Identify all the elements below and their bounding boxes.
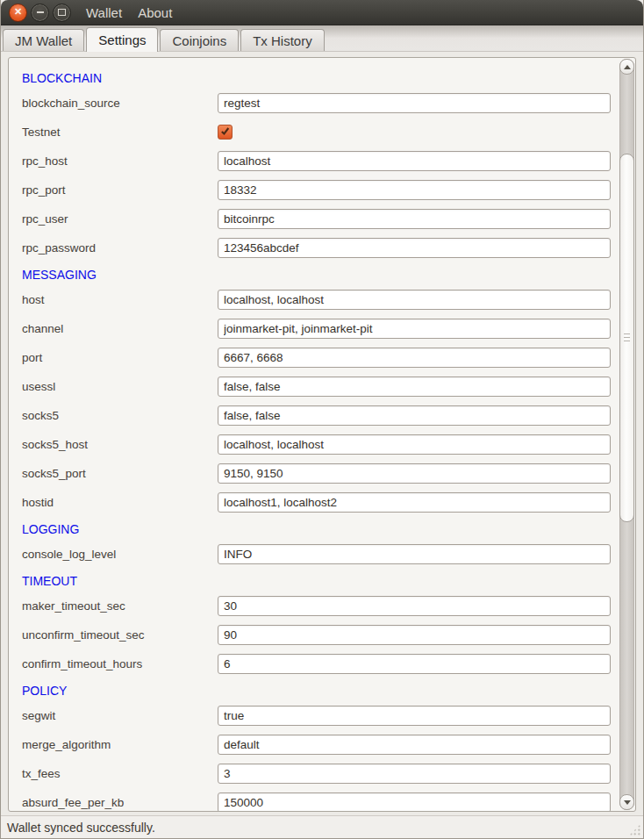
menu-wallet[interactable]: Wallet [78,1,130,25]
arrow-down-icon [624,800,631,805]
tab-tx-history[interactable]: Tx History [240,29,325,51]
field-label: rpc_host [22,154,218,168]
confirm-timeout-hours-input[interactable] [218,654,611,674]
field-row: channel [22,319,611,339]
vertical-scrollbar[interactable] [619,59,634,810]
field-label: absurd_fee_per_kb [22,796,218,809]
tx-fees-input[interactable] [218,764,611,784]
maximize-button[interactable] [53,4,71,22]
field-row: console_log_level [22,544,611,564]
minimize-icon [37,11,44,13]
tab-coinjoins[interactable]: Coinjoins [160,29,239,51]
field-label: host [22,293,218,306]
blockchain-source-input[interactable] [218,93,611,113]
port-input[interactable] [218,348,611,368]
field-label: rpc_user [22,212,218,226]
field-row: rpc_port [22,180,611,200]
field-row: rpc_user [22,209,611,229]
section-header-policy: POLICY [22,683,635,699]
rpc-port-input[interactable] [218,180,611,200]
maker-timeout-sec-input[interactable] [218,596,611,616]
field-label: console_log_level [22,548,218,561]
field-label: segwit [22,709,218,722]
field-row: unconfirm_timeout_sec [22,625,611,645]
channel-input[interactable] [218,319,611,339]
socks5-port-input[interactable] [218,463,611,484]
section-header-messaging: MESSAGING [22,267,635,283]
scroll-up-button[interactable] [619,59,634,75]
host-input[interactable] [218,290,611,310]
titlebar: ✕ Wallet About [1,0,643,25]
unconfirm-timeout-sec-input[interactable] [218,625,611,645]
field-row: confirm_timeout_hours [22,654,611,674]
maximize-icon [58,9,66,16]
field-label: rpc_password [22,241,218,255]
section-header-blockchain: BLOCKCHAIN [22,70,635,86]
field-label: socks5_host [22,438,218,451]
field-row: hostid [22,492,611,513]
field-row: socks5 [22,405,611,426]
absurd-fee-per-kb-input[interactable] [218,792,611,812]
status-message: Wallet synced successfully. [7,821,155,835]
tab-jm-wallet[interactable]: JM Wallet [3,29,84,51]
field-label: usessl [22,380,218,393]
rpc-host-input[interactable] [218,151,611,171]
field-row: Testnet [22,122,611,142]
field-row: segwit [22,706,611,726]
tab-settings[interactable]: Settings [86,27,158,52]
field-label: tx_fees [22,767,218,780]
field-label: merge_algorithm [22,738,218,751]
field-row: rpc_host [22,151,611,171]
app-window: ✕ Wallet About JM Wallet Settings Coinjo… [0,0,644,839]
settings-scroll-area: BLOCKCHAIN blockchain_source Testnet rpc… [8,57,636,812]
field-row: rpc_password [22,238,611,258]
field-label: hostid [22,496,218,509]
rpc-user-input[interactable] [218,209,611,229]
field-label: confirm_timeout_hours [22,657,218,670]
scrollbar-grip-icon [624,333,630,341]
testnet-checkbox[interactable] [218,125,233,140]
arrow-up-icon [624,65,631,69]
field-label: maker_timeout_sec [22,599,218,613]
console-log-level-input[interactable] [218,544,611,564]
scroll-down-button[interactable] [619,794,634,810]
socks5-input[interactable] [218,405,611,426]
resize-grip[interactable] [629,824,640,835]
hostid-input[interactable] [218,492,611,513]
settings-form: BLOCKCHAIN blockchain_source Testnet rpc… [9,58,635,812]
tab-bar: JM Wallet Settings Coinjoins Tx History [1,25,643,51]
close-icon: ✕ [14,7,22,17]
minimize-button[interactable] [31,4,49,22]
field-label: socks5_port [22,467,218,480]
rpc-password-input[interactable] [218,238,611,258]
field-label: unconfirm_timeout_sec [22,628,218,642]
menubar: Wallet About [78,1,180,25]
section-header-timeout: TIMEOUT [22,573,635,589]
menu-about[interactable]: About [130,1,180,25]
section-header-logging: LOGGING [22,521,635,537]
field-label: socks5 [22,409,218,422]
field-row: maker_timeout_sec [22,596,611,616]
field-label: port [22,351,218,364]
segwit-input[interactable] [218,706,611,726]
socks5-host-input[interactable] [218,434,611,455]
field-row: usessl [22,376,611,397]
status-bar: Wallet synced successfully. [1,815,643,838]
settings-pane: BLOCKCHAIN blockchain_source Testnet rpc… [1,51,643,815]
field-row: absurd_fee_per_kb [22,792,611,812]
field-row: socks5_port [22,463,611,484]
field-row: port [22,348,611,368]
field-label: rpc_port [22,183,218,197]
field-label: blockchain_source [22,97,218,110]
close-button[interactable]: ✕ [9,4,27,22]
field-label: Testnet [22,125,218,139]
field-row: socks5_host [22,434,611,455]
field-row: tx_fees [22,764,611,784]
usessl-input[interactable] [218,376,611,397]
scrollbar-thumb[interactable] [619,154,634,522]
merge-algorithm-input[interactable] [218,735,611,755]
field-row: host [22,290,611,310]
field-row: merge_algorithm [22,735,611,755]
field-label: channel [22,322,218,335]
checkmark-icon [219,125,231,137]
